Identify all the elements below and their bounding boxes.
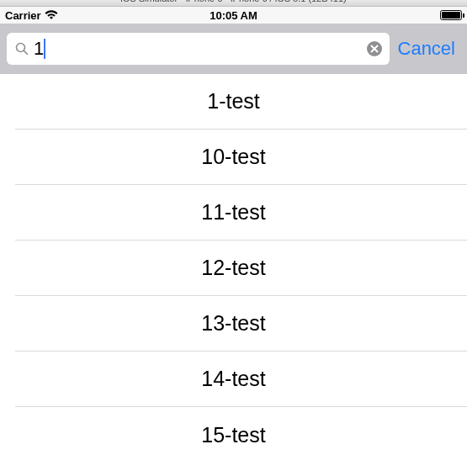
row-label: 14-test [201,367,265,391]
row-label: 10-test [201,145,265,169]
table-row[interactable]: 1-test [15,74,467,130]
search-input-text: 1 [34,38,44,60]
wifi-icon [45,10,58,20]
table-row[interactable]: 14-test [15,352,467,407]
row-label: 12-test [201,256,265,280]
results-table: 1-test 10-test 11-test 12-test 13-test 1… [0,74,467,463]
table-row[interactable]: 10-test [15,130,467,185]
search-field[interactable]: 1 [7,33,390,65]
search-icon [15,42,29,56]
battery-icon [440,10,462,20]
text-caret [44,39,45,59]
simulator-title: iOS Simulator - iPhone 6 - iPhone 6 / iO… [120,0,346,3]
table-row[interactable]: 11-test [15,185,467,241]
svg-line-1 [24,50,27,54]
row-label: 11-test [201,200,265,225]
cancel-button[interactable]: Cancel [398,38,460,60]
search-bar: 1 Cancel [0,24,467,74]
table-row[interactable]: 13-test [15,296,467,352]
table-row[interactable]: 12-test [15,241,467,296]
status-bar: Carrier 10:05 AM [0,7,467,24]
row-label: 1-test [207,89,260,114]
status-time: 10:05 AM [0,9,467,22]
carrier-label: Carrier [5,9,41,22]
clear-icon[interactable] [366,40,383,57]
row-label: 15-test [201,423,265,447]
simulator-title-bar: iOS Simulator - iPhone 6 - iPhone 6 / iO… [0,0,467,7]
status-left: Carrier [5,9,58,22]
row-label: 13-test [201,311,265,336]
table-row[interactable]: 15-test [15,407,467,463]
status-right [440,10,462,20]
